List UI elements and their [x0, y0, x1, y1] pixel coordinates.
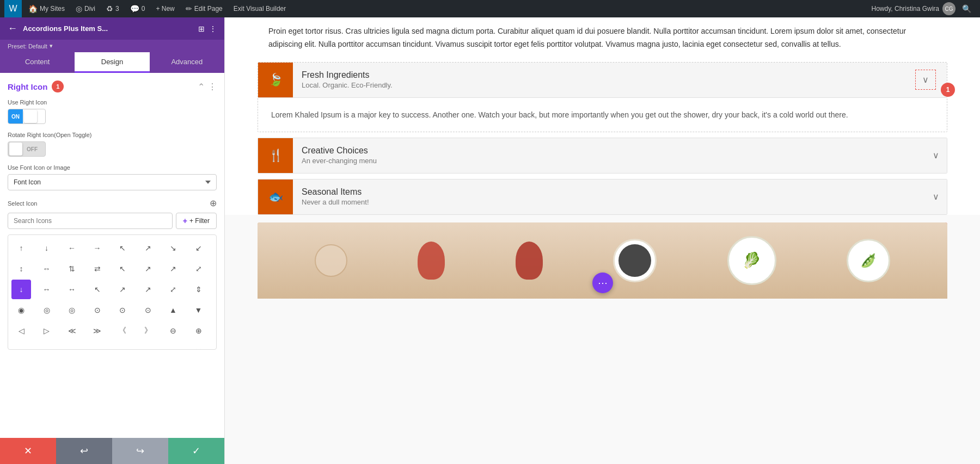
icon-cell[interactable]: ↗ — [163, 259, 183, 279]
accordion-header-creative[interactable]: 🍴 Creative Choices An ever-changing menu… — [258, 138, 947, 173]
select-icon-field: Select Icon ⊕ + + Filter ↑ ↓ ← — [8, 198, 217, 350]
icon-cell[interactable]: ⊙ — [113, 300, 132, 320]
font-icon-select[interactable]: Font IconImage — [8, 174, 217, 190]
icon-cell[interactable]: 《 — [113, 321, 132, 341]
target-icon[interactable]: ⊕ — [210, 198, 217, 208]
icon-cell[interactable]: ▼ — [189, 300, 209, 320]
accordion-chevron-area[interactable]: ∨ — [925, 186, 947, 207]
icon-cell[interactable]: 》 — [138, 321, 158, 341]
accordion-icon-box: 🐟 — [258, 180, 293, 214]
icon-cell[interactable]: ↑ — [11, 238, 31, 258]
my-sites-icon: 🏠 — [28, 4, 38, 13]
icon-cell[interactable]: ◉ — [11, 300, 31, 320]
chevron-down-icon: ∨ — [922, 75, 929, 84]
accordion-header-seasonal[interactable]: 🐟 Seasonal Items Never a dull moment! ∨ — [258, 180, 947, 214]
bar-exit-builder[interactable]: Exit Visual Builder — [229, 3, 291, 15]
more-options-icon[interactable]: ⋮ — [209, 24, 217, 33]
icon-cell[interactable]: ◎ — [62, 300, 82, 320]
icon-cell[interactable]: ⊙ — [88, 300, 107, 320]
icon-cell[interactable]: — — [138, 342, 158, 349]
icon-cell[interactable]: ✕ — [189, 342, 209, 349]
icon-cell[interactable]: ↔ — [37, 259, 57, 279]
icon-cell[interactable]: ≪ — [62, 321, 82, 341]
icon-cell[interactable]: ↖ — [113, 238, 132, 258]
icon-cell[interactable]: → — [88, 238, 107, 258]
bar-new[interactable]: + New — [151, 3, 179, 15]
search-icon[interactable]: 🔍 — [958, 2, 976, 15]
filter-button[interactable]: + + Filter — [176, 213, 217, 229]
grid-icon[interactable]: ⊞ — [198, 24, 205, 33]
section-more-icon[interactable]: ⋮ — [208, 82, 217, 92]
icon-cell-selected[interactable]: ↓ — [11, 280, 31, 299]
icon-cell[interactable]: ↔ — [62, 280, 82, 299]
back-button[interactable]: ← — [8, 23, 17, 34]
icon-cell[interactable]: ⊕ — [11, 342, 31, 349]
use-right-icon-label: Use Right Icon — [8, 99, 217, 106]
preset-bar[interactable]: Preset: Default ▾ — [0, 40, 224, 52]
icon-cell[interactable]: ⊙ — [138, 300, 158, 320]
icon-cell[interactable]: ↖ — [113, 259, 132, 279]
tab-design[interactable]: Design — [75, 52, 149, 73]
tab-advanced[interactable]: Advanced — [150, 52, 224, 73]
icon-cell[interactable]: ⤢ — [189, 259, 209, 279]
confirm-button[interactable]: ✓ — [168, 438, 224, 464]
rotate-right-icon-field: Rotate Right Icon(Open Toggle) OFF — [8, 132, 217, 157]
icon-cell[interactable]: ↗ — [138, 280, 158, 299]
redo-button[interactable]: ↪ — [112, 438, 168, 464]
undo-button[interactable]: ↩ — [56, 438, 112, 464]
chevron-dashed-box: ∨ — [915, 70, 936, 90]
bar-edit-page[interactable]: ✏ Edit Page — [181, 2, 227, 15]
icon-cell[interactable]: ← — [62, 238, 82, 258]
icon-cell[interactable]: ＋ — [163, 342, 183, 349]
chevron-down-icon: ∨ — [933, 150, 939, 160]
accordion-subtitle: An ever-changing menu — [302, 157, 916, 165]
bar-my-sites[interactable]: 🏠 My Sites — [24, 2, 69, 15]
cancel-button[interactable]: ✕ — [0, 438, 56, 464]
icon-cell[interactable]: ↙ — [189, 238, 209, 258]
fish-icon: 🐟 — [268, 190, 283, 204]
accordion-header-fresh[interactable]: 🍃 Fresh Ingredients Local. Organic. Eco-… — [258, 63, 947, 97]
bar-divi[interactable]: ◎ Divi — [71, 2, 100, 15]
panel-content: Right Icon 1 ⌃ ⋮ Use Right Icon ON — [0, 73, 224, 438]
panel-title: Accordions Plus Item S... — [23, 24, 193, 33]
icon-cell[interactable]: ⊙ — [88, 342, 107, 349]
icon-cell[interactable]: ⊕ — [189, 321, 209, 341]
icon-cell[interactable]: ⊙ — [37, 342, 57, 349]
accordion-chevron-area[interactable]: ∨ — [925, 145, 947, 166]
icon-cell[interactable]: ▶ — [113, 342, 132, 349]
icon-cell[interactable]: ◁ — [11, 321, 31, 341]
icon-cell[interactable]: ↕ — [11, 259, 31, 279]
icon-cell[interactable]: ⤢ — [163, 280, 183, 299]
intro-text: Proin eget tortor risus. Cras ultricies … — [225, 17, 980, 62]
tab-content[interactable]: Content — [0, 52, 75, 73]
bar-count[interactable]: ♻ 3 — [102, 2, 124, 15]
fab-button[interactable]: ⋯ — [592, 273, 613, 293]
icon-cell[interactable]: ⊙ — [62, 342, 82, 349]
accordion-body-fresh: Lorem Khaled Ipsum is a major key to suc… — [258, 97, 947, 132]
icon-cell[interactable]: ⇄ — [88, 259, 107, 279]
icon-cell[interactable]: ▲ — [163, 300, 183, 320]
icon-search-input[interactable] — [8, 213, 173, 229]
icon-cell[interactable]: ↘ — [163, 238, 183, 258]
leaf-icon: 🍃 — [268, 73, 283, 87]
toggle-thumb-off — [9, 143, 22, 156]
bar-comments[interactable]: 💬 0 — [126, 2, 150, 15]
icon-cell[interactable]: ⇅ — [62, 259, 82, 279]
icon-cell[interactable]: ▷ — [37, 321, 57, 341]
collapse-icon[interactable]: ⌃ — [198, 82, 205, 92]
wp-logo[interactable]: W — [4, 0, 22, 17]
icon-cell[interactable]: ◎ — [37, 300, 57, 320]
icon-cell[interactable]: ↗ — [113, 280, 132, 299]
icon-cell[interactable]: ⊖ — [163, 321, 183, 341]
icon-cell[interactable]: ↔ — [37, 280, 57, 299]
use-right-icon-toggle[interactable]: ON — [8, 109, 217, 124]
icon-cell[interactable]: ↗ — [138, 259, 158, 279]
rotate-right-icon-toggle[interactable]: OFF — [8, 141, 217, 157]
icon-cell[interactable]: ≫ — [88, 321, 107, 341]
icon-cell[interactable]: ↗ — [138, 238, 158, 258]
icon-cell[interactable]: ⇕ — [189, 280, 209, 299]
icon-cell[interactable]: ↖ — [88, 280, 107, 299]
icon-cell[interactable]: ↓ — [37, 238, 57, 258]
icon-grid-inner: ↑ ↓ ← → ↖ ↗ ↘ ↙ ↕ ↔ ⇅ ⇄ ↖ ↗ — [8, 235, 216, 349]
bottom-actions: ✕ ↩ ↪ ✓ — [0, 438, 224, 464]
